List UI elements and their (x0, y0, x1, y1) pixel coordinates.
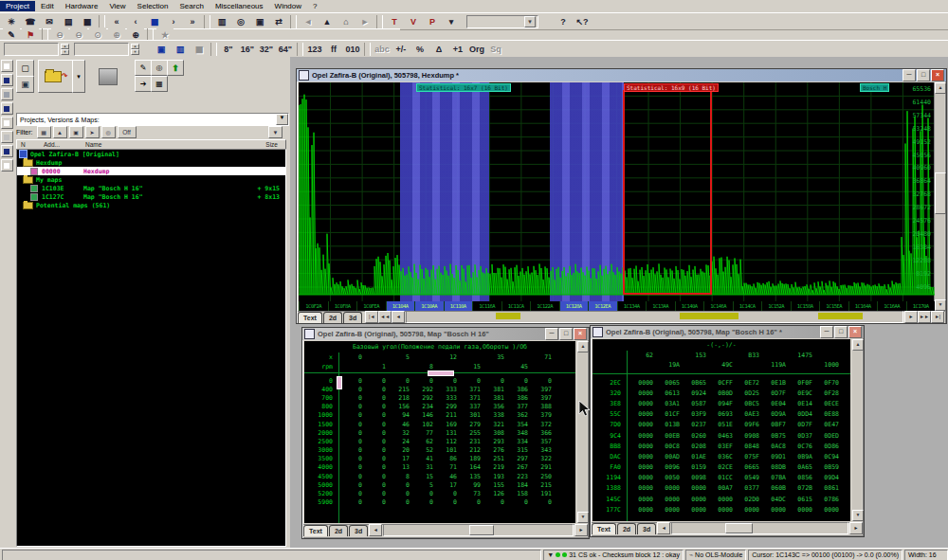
map-cell[interactable]: 0 (410, 377, 433, 385)
map-cell[interactable]: 0 (386, 498, 410, 506)
map-cell[interactable]: 0000 (653, 506, 680, 514)
map-cell[interactable]: 0 (528, 498, 552, 506)
map-cell[interactable]: 0E04 (759, 400, 786, 407)
map-cell[interactable]: 102 (410, 421, 433, 428)
map-cell[interactable]: 0908 (733, 432, 759, 440)
map-cell[interactable]: 07BA (759, 474, 786, 481)
map-cell[interactable]: 0000 (627, 432, 653, 440)
map-right-tab-text[interactable]: Text (592, 523, 616, 534)
map-cell[interactable]: 299 (433, 403, 457, 410)
map-cell[interactable]: 343 (528, 446, 552, 454)
map-cell[interactable]: 24 (386, 438, 410, 445)
map-cell[interactable]: 0 (338, 377, 362, 385)
map-cell[interactable]: 0615 (786, 496, 812, 503)
map-cell[interactable]: 0 (504, 498, 528, 506)
map-cell[interactable]: 156 (386, 403, 410, 410)
map-cell[interactable]: 250 (528, 473, 552, 480)
map-cell[interactable]: 234 (410, 403, 433, 410)
map-cell[interactable]: 397 (528, 386, 552, 393)
map-cell[interactable]: 0CFF (706, 379, 733, 387)
map-cell[interactable]: 0613 (653, 389, 680, 397)
map-cell[interactable]: 0 (338, 498, 362, 506)
map-cell[interactable]: 0 (338, 421, 362, 428)
map-cell[interactable]: 0 (457, 498, 481, 506)
nav-left-icon[interactable]: |◄ (365, 311, 378, 323)
map-cell[interactable]: 0AC8 (759, 443, 786, 450)
map-cell[interactable]: 354 (504, 421, 528, 428)
panel-icon-2[interactable] (1, 74, 13, 86)
map-left-tab-3d[interactable]: 3d (349, 525, 368, 536)
width-16bit-icon[interactable]: 16" (239, 42, 256, 57)
edit-version-button[interactable]: ✎ (135, 60, 152, 76)
map-right-titlebar[interactable]: Opel Zafira-B (Original), 505798, Map "B… (591, 326, 864, 338)
map-cell[interactable]: 072B (786, 484, 812, 492)
map-cell[interactable]: 09F6 (733, 421, 759, 428)
col-size[interactable]: Size (265, 141, 278, 148)
width-32bit-icon[interactable]: 32" (258, 42, 275, 57)
context-help-icon[interactable]: ↖? (574, 14, 591, 29)
nav-right-icon[interactable]: ►| (931, 311, 944, 323)
map-cell[interactable]: 337 (457, 403, 481, 410)
map-cell[interactable]: 293 (481, 438, 504, 445)
map-cell[interactable]: 215 (386, 386, 410, 393)
map-cell[interactable]: 0 (362, 394, 386, 402)
menu-item-search[interactable]: Search (174, 1, 210, 11)
map-cell[interactable]: 86 (433, 455, 457, 462)
map-cell[interactable]: 0B59 (812, 463, 839, 471)
map-cell[interactable]: 112 (433, 438, 457, 445)
map-cell[interactable]: 101 (433, 446, 457, 454)
map-cell[interactable]: 0000 (627, 506, 653, 514)
delta-icon[interactable]: Δ (430, 42, 447, 57)
menu-item-project[interactable]: Project (0, 1, 35, 11)
map-right-hscrollbar[interactable] (671, 522, 848, 534)
map-cell[interactable]: 060B (759, 484, 786, 492)
map-right-vscrollbar[interactable]: ▲ ▼ (852, 339, 862, 521)
map-cell[interactable]: 0DED (812, 432, 839, 440)
map-cell[interactable]: 126 (481, 490, 504, 497)
map-cell[interactable]: 0ECE (812, 400, 839, 407)
panel-icon-7[interactable] (1, 145, 13, 157)
map-cell[interactable]: 03A1 (653, 400, 680, 407)
open-project-button[interactable]: ↷ (38, 60, 74, 93)
map-cell[interactable]: 356 (481, 403, 504, 410)
map-cell[interactable]: 334 (504, 438, 528, 445)
map-cell[interactable]: 0B0D (706, 389, 733, 397)
map-cell[interactable]: 0000 (627, 474, 653, 481)
menu-item-hardware[interactable]: Hardware (60, 1, 104, 11)
minimize-button[interactable]: ─ (902, 69, 916, 81)
map-cell[interactable]: 094F (706, 400, 733, 407)
import-button[interactable]: ⬆ (167, 60, 184, 76)
map-cell[interactable]: 5 (410, 481, 433, 489)
map-cell[interactable]: 0 (338, 490, 362, 497)
hexdump-graph[interactable]: Statistical: 16x7 (16 Bit) Statistical: … (299, 82, 935, 301)
map-cell[interactable]: 292 (410, 394, 433, 402)
map-cell[interactable]: 0AE3 (733, 410, 759, 418)
nav-right-icon[interactable]: ► (904, 311, 918, 323)
map-cell[interactable]: 46 (386, 421, 410, 428)
map-cell[interactable]: 00AD (653, 453, 680, 461)
tree-row-6[interactable]: Potential maps (561) (17, 201, 285, 209)
map-cell[interactable]: 0856 (786, 474, 812, 481)
map-cell[interactable]: 0 (433, 490, 457, 497)
map-cell[interactable]: 0 (410, 498, 433, 506)
map-cell[interactable]: 0E1B (759, 379, 786, 387)
map-cell[interactable]: 0 (386, 481, 410, 489)
text-view-icon[interactable]: T (386, 14, 403, 29)
map-cell[interactable]: 0000 (627, 443, 653, 450)
map-right-tab-2d[interactable]: 2d (617, 523, 636, 534)
map-cell[interactable]: 0B65 (680, 379, 706, 387)
map-cell[interactable]: 09D1 (759, 453, 786, 461)
offset-icon[interactable]: +1 (449, 42, 466, 57)
hexdump-tab-text[interactable]: Text (298, 312, 322, 323)
map-cell[interactable]: 0 (362, 463, 386, 471)
map-cell[interactable]: 135 (457, 473, 481, 480)
map-cell[interactable]: 0 (338, 446, 362, 454)
map-cell[interactable]: 0E47 (812, 421, 839, 428)
panel-icon-1[interactable] (1, 60, 13, 72)
map-cell[interactable]: 0BC5 (733, 400, 759, 407)
scroll-up-icon[interactable]: ▲ (577, 341, 589, 352)
map-cell[interactable]: 15 (410, 473, 433, 480)
maximize-button[interactable]: □ (917, 69, 930, 81)
map-cell[interactable]: 386 (504, 386, 528, 393)
map-cell[interactable]: 0665 (733, 463, 759, 471)
